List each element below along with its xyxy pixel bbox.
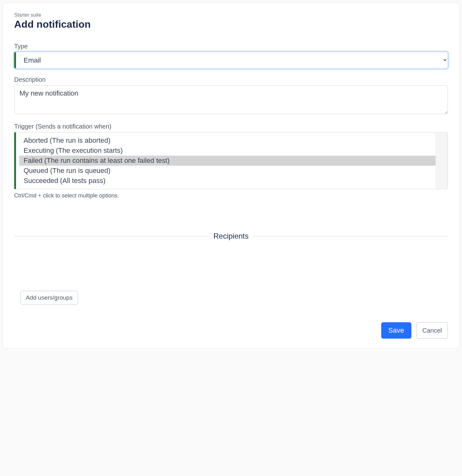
recipients-heading: Recipients xyxy=(210,232,252,241)
save-button[interactable]: Save xyxy=(381,322,411,339)
description-input[interactable] xyxy=(14,85,448,114)
trigger-option-queued[interactable]: Queued (The run is queued) xyxy=(19,166,436,176)
trigger-option-failed[interactable]: Failed (The run contains at least one fa… xyxy=(19,156,436,166)
type-select-wrap: Email xyxy=(14,52,448,69)
divider-line-right xyxy=(252,236,448,236)
trigger-option-aborted[interactable]: Aborted (The run is aborted) xyxy=(19,136,436,146)
recipients-area xyxy=(14,250,448,288)
trigger-option-succeeded[interactable]: Succeeded (All tests pass) xyxy=(19,176,436,186)
trigger-option-executing[interactable]: Executing (The execution starts) xyxy=(19,146,436,156)
recipients-divider: Recipients xyxy=(14,232,448,241)
type-select[interactable]: Email xyxy=(16,52,448,68)
trigger-helper-text: Ctrl/Cmd + click to select multiple opti… xyxy=(14,192,448,199)
page-title: Add notification xyxy=(14,19,448,30)
trigger-inner: Aborted (The run is aborted) Executing (… xyxy=(16,132,448,189)
trigger-list: Aborted (The run is aborted) Executing (… xyxy=(19,136,436,186)
trigger-label: Trigger (Sends a notification when) xyxy=(14,123,448,130)
breadcrumb: Starter suite xyxy=(14,12,448,18)
trigger-group: Trigger (Sends a notification when) Abor… xyxy=(14,123,448,199)
description-label: Description xyxy=(14,76,448,83)
type-group: Type Email xyxy=(14,43,448,69)
add-users-wrap: Add users/groups xyxy=(14,291,448,305)
type-label: Type xyxy=(14,43,448,50)
divider-line-left xyxy=(14,236,210,236)
notification-form-card: Starter suite Add notification Type Emai… xyxy=(3,3,459,348)
trigger-multiselect[interactable]: Aborted (The run is aborted) Executing (… xyxy=(14,132,448,189)
description-group: Description xyxy=(14,76,448,115)
form-footer: Save Cancel xyxy=(14,310,448,339)
cancel-button[interactable]: Cancel xyxy=(416,322,448,339)
add-users-button[interactable]: Add users/groups xyxy=(20,291,78,305)
